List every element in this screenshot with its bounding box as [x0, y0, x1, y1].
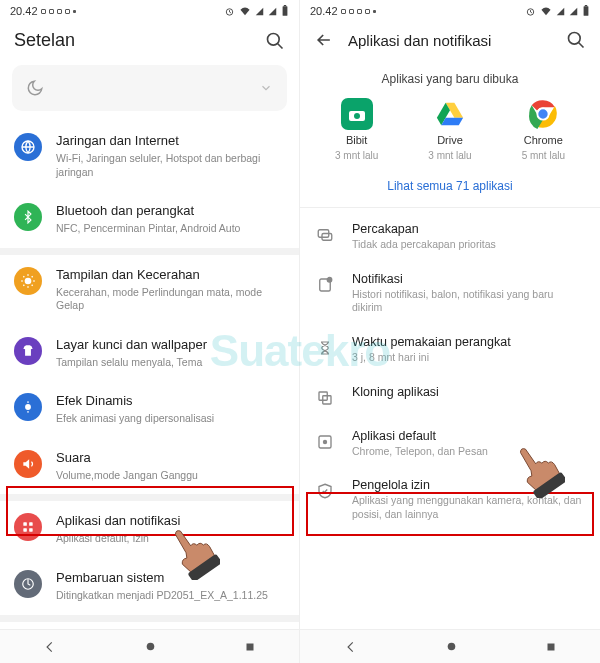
item-title: Jaringan dan Internet: [56, 133, 285, 150]
nav-back-icon[interactable]: [43, 640, 57, 654]
svg-rect-35: [547, 643, 554, 650]
divider: [300, 207, 600, 208]
item-sound[interactable]: Suara Volume,mode Jangan Ganggu: [0, 438, 299, 495]
svg-rect-1: [283, 6, 288, 16]
item-dynamic[interactable]: Efek Dinamis Efek animasi yang dipersona…: [0, 381, 299, 438]
item-sub: Efek animasi yang dipersonalisasi: [56, 412, 285, 426]
item-title: Tampilan dan Kecerahan: [56, 267, 285, 284]
item-sub: Wi-Fi, Jaringan seluler, Hotspot dan ber…: [56, 152, 285, 179]
chrome-icon: [527, 98, 559, 130]
notification-icon: [314, 274, 336, 296]
item-title: Pembaruan sistem: [56, 570, 285, 587]
item-title: Efek Dinamis: [56, 393, 285, 410]
see-all-apps[interactable]: Lihat semua 71 aplikasi: [300, 167, 600, 207]
header: Aplikasi dan notifikasi: [300, 22, 600, 60]
item-sub: NFC, Pencerminan Pintar, Android Auto: [56, 222, 285, 236]
item-title: Aplikasi default: [352, 429, 586, 443]
status-icons: [224, 5, 289, 17]
android-navbar: [0, 629, 299, 663]
back-icon[interactable]: [314, 30, 334, 50]
sun-icon: [14, 267, 42, 295]
screen-settings: 20.42 Setelan: [0, 0, 300, 663]
page-title: Setelan: [14, 30, 251, 51]
volume-icon: [14, 450, 42, 478]
bibit-icon: [341, 98, 373, 130]
item-sub: Kecerahan, mode Perlindungan mata, mode …: [56, 286, 285, 313]
item-sub: Tidak ada percakapan prioritas: [352, 238, 586, 252]
svg-rect-2: [284, 5, 286, 6]
recent-apps: Bibit 3 mnt lalu Drive 3 mnt lalu Chrome…: [300, 92, 600, 167]
item-title: Layar kunci dan wallpaper: [56, 337, 285, 354]
item-title: Suara: [56, 450, 285, 467]
item-display[interactable]: Tampilan dan Kecerahan Kecerahan, mode P…: [0, 255, 299, 325]
night-mode-card[interactable]: [12, 65, 287, 111]
svg-point-6: [25, 404, 31, 410]
item-sub: Tampilan selalu menyala, Tema: [56, 356, 285, 370]
svg-point-34: [447, 643, 455, 651]
svg-rect-15: [246, 643, 253, 650]
status-time: 20.42: [310, 5, 338, 17]
search-icon[interactable]: [566, 30, 586, 50]
nav-back-icon[interactable]: [344, 640, 358, 654]
item-sub: 3 j, 8 mnt hari ini: [352, 351, 586, 365]
update-icon: [14, 570, 42, 598]
dynamic-icon: [14, 393, 42, 421]
conversation-icon: [314, 224, 336, 246]
item-apps-notifications[interactable]: Aplikasi dan notifikasi Aplikasi default…: [0, 501, 299, 558]
item-sub: Histori notifikasi, balon, notifikasi ya…: [352, 288, 586, 315]
item-title: Aplikasi dan notifikasi: [56, 513, 285, 530]
section-gap: [0, 494, 299, 501]
item-bluetooth[interactable]: Bluetooh dan perangkat NFC, Pencerminan …: [0, 191, 299, 248]
wifi-icon: [540, 6, 552, 17]
screen-apps-notifications: 20.42 Aplikasi dan notifikasi Aplikasi y…: [300, 0, 600, 663]
item-screentime[interactable]: Waktu pemakaian perangkat 3 j, 8 mnt har…: [300, 325, 600, 375]
app-time: 3 mnt lalu: [335, 150, 378, 161]
app-drive[interactable]: Drive 3 mnt lalu: [410, 98, 490, 161]
app-time: 5 mnt lalu: [522, 150, 565, 161]
item-sub: Chrome, Telepon, dan Pesan: [352, 445, 586, 459]
svg-point-29: [327, 277, 332, 282]
battery-icon: [281, 5, 289, 17]
item-sub: Aplikasi default, Izin: [56, 532, 285, 546]
nav-home-icon[interactable]: [144, 640, 157, 653]
item-notifications[interactable]: Notifikasi Histori notifikasi, balon, no…: [300, 262, 600, 325]
svg-point-5: [25, 277, 32, 284]
app-name: Bibit: [346, 134, 367, 146]
recently-opened-label: Aplikasi yang baru dibuka: [300, 60, 600, 92]
alarm-icon: [224, 6, 235, 17]
battery-icon: [582, 5, 590, 17]
item-network[interactable]: Jaringan dan Internet Wi-Fi, Jaringan se…: [0, 121, 299, 191]
status-bar: 20.42: [300, 0, 600, 22]
item-default-apps[interactable]: Aplikasi default Chrome, Telepon, dan Pe…: [300, 419, 600, 469]
nav-recent-icon[interactable]: [545, 641, 557, 653]
item-title: Pengelola izin: [352, 478, 586, 492]
item-lockscreen[interactable]: Layar kunci dan wallpaper Tampilan selal…: [0, 325, 299, 382]
shield-icon: [314, 480, 336, 502]
item-clone-apps[interactable]: Kloning aplikasi: [300, 375, 600, 419]
signal-icon: [255, 6, 264, 17]
item-title: Notifikasi: [352, 272, 586, 286]
app-name: Chrome: [524, 134, 563, 146]
item-conversations[interactable]: Percakapan Tidak ada percakapan priorita…: [300, 212, 600, 262]
nav-home-icon[interactable]: [445, 640, 458, 653]
item-title: Percakapan: [352, 222, 586, 236]
svg-point-3: [268, 33, 280, 45]
app-bibit[interactable]: Bibit 3 mnt lalu: [317, 98, 397, 161]
search-icon[interactable]: [265, 31, 285, 51]
item-permission-manager[interactable]: Pengelola izin Aplikasi yang menggunakan…: [300, 468, 600, 531]
signal-icon-2: [569, 6, 578, 17]
status-icons: [525, 5, 590, 17]
status-time: 20.42: [10, 5, 38, 17]
clone-icon: [314, 387, 336, 409]
svg-rect-18: [585, 5, 587, 6]
chevron-down-icon: [259, 81, 273, 95]
item-system-update[interactable]: Pembaruan sistem Ditingkatkan menjadi PD…: [0, 558, 299, 615]
svg-rect-17: [584, 6, 589, 16]
page-title: Aplikasi dan notifikasi: [348, 32, 552, 49]
app-chrome[interactable]: Chrome 5 mnt lalu: [503, 98, 583, 161]
nav-recent-icon[interactable]: [244, 641, 256, 653]
default-app-icon: [314, 431, 336, 453]
bluetooth-icon: [14, 203, 42, 231]
item-title: Bluetooh dan perangkat: [56, 203, 285, 220]
item-title: Waktu pemakaian perangkat: [352, 335, 586, 349]
